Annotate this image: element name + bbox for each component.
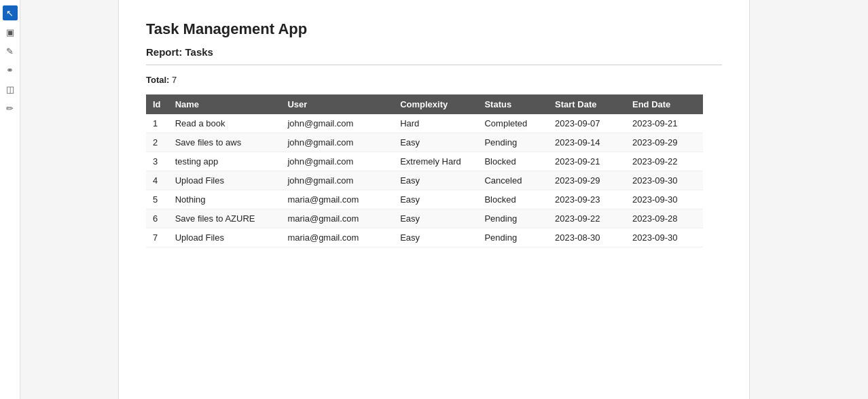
cell-complexity: Hard [393,114,477,133]
cell-status: Completed [477,114,548,133]
col-id: Id [146,94,168,114]
cell-user: john@gmail.com [281,114,393,133]
cell-name: Upload Files [168,228,281,247]
table-row: 2Save files to awsjohn@gmail.comEasyPend… [146,133,703,152]
cell-complexity: Easy [393,228,477,247]
cell-start_date: 2023-09-23 [548,190,626,209]
cell-id: 4 [146,171,168,190]
total-label: Total: [146,75,169,85]
cell-user: john@gmail.com [281,133,393,152]
cell-complexity: Easy [393,209,477,228]
right-panel [749,0,868,399]
col-start-date: Start Date [548,94,626,114]
cell-status: Blocked [477,190,548,209]
text-icon[interactable]: ◫ [3,82,18,97]
col-complexity: Complexity [393,94,477,114]
cell-name: Save files to AZURE [168,209,281,228]
cell-status: Pending [477,209,548,228]
cell-end_date: 2023-09-22 [626,152,703,171]
table-header-row: Id Name User Complexity Status Start Dat… [146,94,703,114]
cell-user: maria@gmail.com [281,209,393,228]
cell-complexity: Easy [393,190,477,209]
table-row: 4Upload Filesjohn@gmail.comEasyCanceled2… [146,171,703,190]
cell-user: john@gmail.com [281,152,393,171]
cell-end_date: 2023-09-28 [626,209,703,228]
cell-complexity: Easy [393,171,477,190]
cell-id: 1 [146,114,168,133]
table-body: 1Read a bookjohn@gmail.comHardCompleted2… [146,114,703,247]
cell-user: maria@gmail.com [281,190,393,209]
total-value: 7 [172,75,177,85]
col-user: User [281,94,393,114]
left-panel [20,0,119,399]
cell-status: Canceled [477,171,548,190]
pen-icon[interactable]: ✎ [3,44,18,58]
stamp-icon[interactable]: ✏ [3,101,18,116]
cell-complexity: Easy [393,133,477,152]
cell-name: Read a book [168,114,281,133]
cell-id: 6 [146,209,168,228]
sidebar: ↖ ▣ ✎ ⚭ ◫ ✏ [0,0,20,399]
cell-name: Save files to aws [168,133,281,152]
col-end-date: End Date [626,94,703,114]
cell-id: 7 [146,228,168,247]
cell-id: 3 [146,152,168,171]
cell-start_date: 2023-09-29 [548,171,626,190]
cell-start_date: 2023-08-30 [548,228,626,247]
app-title: Task Management App [146,20,722,38]
cell-end_date: 2023-09-30 [626,171,703,190]
cell-end_date: 2023-09-30 [626,228,703,247]
cell-end_date: 2023-09-21 [626,114,703,133]
link-icon[interactable]: ⚭ [3,63,18,77]
col-status: Status [477,94,548,114]
cell-status: Blocked [477,152,548,171]
cell-id: 2 [146,133,168,152]
cell-start_date: 2023-09-07 [548,114,626,133]
total-line: Total: 7 [146,75,722,85]
cell-id: 5 [146,190,168,209]
cell-complexity: Extremely Hard [393,152,477,171]
report-title: Report: Tasks [146,46,722,58]
main-content: Task Management App Report: Tasks Total:… [119,0,749,399]
cell-user: maria@gmail.com [281,228,393,247]
divider [146,65,722,65]
cell-status: Pending [477,228,548,247]
comment-icon[interactable]: ▣ [3,24,18,39]
cell-name: testing app [168,152,281,171]
cursor-icon[interactable]: ↖ [3,5,18,20]
table-row: 3testing appjohn@gmail.comExtremely Hard… [146,152,703,171]
cell-end_date: 2023-09-29 [626,133,703,152]
cell-name: Upload Files [168,171,281,190]
cell-start_date: 2023-09-21 [548,152,626,171]
table-row: 5Nothingmaria@gmail.comEasyBlocked2023-0… [146,190,703,209]
tasks-table: Id Name User Complexity Status Start Dat… [146,94,703,247]
table-row: 7Upload Filesmaria@gmail.comEasyPending2… [146,228,703,247]
cell-start_date: 2023-09-22 [548,209,626,228]
cell-end_date: 2023-09-30 [626,190,703,209]
cell-status: Pending [477,133,548,152]
table-row: 1Read a bookjohn@gmail.comHardCompleted2… [146,114,703,133]
cell-user: john@gmail.com [281,171,393,190]
col-name: Name [168,94,281,114]
cell-start_date: 2023-09-14 [548,133,626,152]
cell-name: Nothing [168,190,281,209]
table-row: 6Save files to AZUREmaria@gmail.comEasyP… [146,209,703,228]
